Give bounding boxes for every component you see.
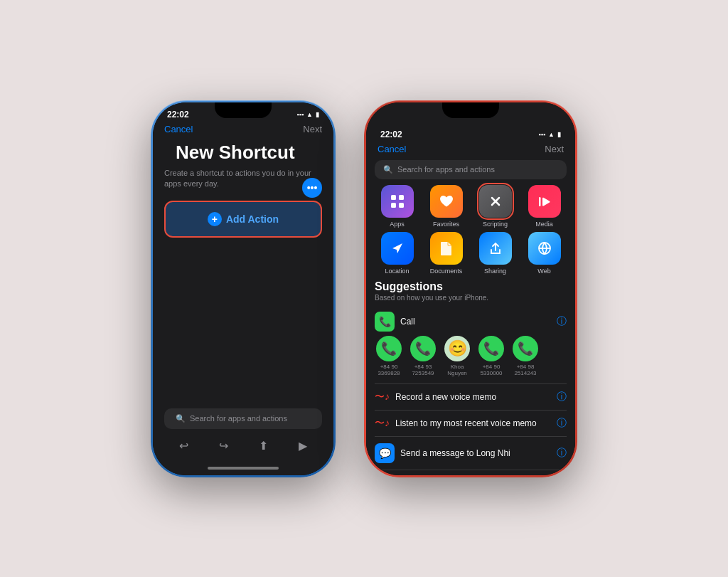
search-placeholder-left: Search for apps and actions <box>190 414 287 423</box>
contact-number-2: +84 93 7253549 <box>409 364 437 376</box>
location-icon <box>381 232 414 265</box>
location-label: Location <box>385 268 409 275</box>
category-sharing[interactable]: Sharing <box>473 232 518 275</box>
suggestion-listen-voice[interactable]: 〜♪ Listen to my most recent voice memo ⓘ <box>375 411 567 437</box>
spacer <box>153 240 333 408</box>
nav-bar-left: Cancel Next <box>153 122 333 139</box>
documents-icon <box>430 232 463 265</box>
search-bar-right[interactable]: 🔍 Search for apps and actions <box>375 160 567 179</box>
contact-number-3: +84 90 5330000 <box>477 364 505 376</box>
sharing-label: Sharing <box>484 268 506 275</box>
battery-icon-right: ▮ <box>557 131 561 138</box>
msg-long-nhi-label: Send a message to Long Nhi <box>400 448 557 458</box>
svg-rect-1 <box>399 195 404 200</box>
suggestion-msg-la-cay[interactable]: 💬 Send a message to Lá Cây ⓘ <box>375 470 567 475</box>
call-icon: 📞 <box>375 312 395 332</box>
category-documents[interactable]: Documents <box>424 232 469 275</box>
status-time-left: 22:02 <box>167 110 189 120</box>
status-icons-left: ▪▪▪ ▲ ▮ <box>297 111 320 118</box>
media-icon <box>528 185 561 218</box>
contact-avatar-2: 📞 <box>410 336 436 361</box>
undo-icon[interactable]: ↩ <box>179 439 188 452</box>
documents-label: Documents <box>430 268 463 275</box>
signal-icon-right: ▪▪▪ <box>539 131 546 138</box>
play-icon[interactable]: ▶ <box>299 439 307 452</box>
add-action-button[interactable]: + Add Action <box>164 201 322 238</box>
search-icon-left: 🔍 <box>176 414 186 423</box>
contact-khoa[interactable]: 😊 Khoa Nguyen <box>443 336 471 376</box>
apps-label: Apps <box>390 221 405 228</box>
next-button-right[interactable]: Next <box>545 144 564 154</box>
right-phone: 22:02 ▪▪▪ ▲ ▮ Cancel Next 🔍 Search for a… <box>364 100 577 477</box>
contact-2[interactable]: 📞 +84 93 7253549 <box>409 336 437 376</box>
home-indicator-left <box>208 467 279 470</box>
add-action-label: Add Action <box>226 213 279 225</box>
redo-icon[interactable]: ↪ <box>219 439 228 452</box>
category-scripting[interactable]: Scripting <box>473 185 518 228</box>
wifi-icon-right: ▲ <box>548 131 555 138</box>
cancel-button-left[interactable]: Cancel <box>164 124 193 134</box>
category-location[interactable]: Location <box>375 232 419 275</box>
record-voice-info-icon[interactable]: ⓘ <box>557 391 567 403</box>
status-bar-right: 22:02 ▪▪▪ ▲ ▮ <box>366 122 575 142</box>
contact-4[interactable]: 📞 +84 98 2514243 <box>511 336 540 376</box>
wifi-icon: ▲ <box>306 111 313 118</box>
suggestions-section: Suggestions Based on how you use your iP… <box>366 280 575 475</box>
favorites-label: Favorites <box>433 221 459 228</box>
shortcut-options-button[interactable]: ••• <box>302 178 322 198</box>
web-label: Web <box>537 268 550 275</box>
listen-voice-info-icon[interactable]: ⓘ <box>557 417 567 430</box>
record-voice-label: Record a new voice memo <box>395 392 557 402</box>
bottom-search-bar[interactable]: 🔍 Search for apps and actions <box>164 408 322 429</box>
ellipsis-icon: ••• <box>307 182 318 194</box>
call-info-icon[interactable]: ⓘ <box>557 315 567 328</box>
msg-long-nhi-info-icon[interactable]: ⓘ <box>557 447 567 460</box>
status-icons-right: ▪▪▪ ▲ ▮ <box>539 131 562 138</box>
nav-bar-right: Cancel Next <box>366 142 575 159</box>
plus-icon: + <box>208 212 222 226</box>
next-button-left[interactable]: Next <box>303 124 322 134</box>
contact-avatar-4: 📞 <box>513 336 538 361</box>
favorites-icon <box>430 185 463 218</box>
voice-record-icon: 〜♪ <box>375 391 390 403</box>
notch-right <box>442 102 499 118</box>
share-icon[interactable]: ⬆ <box>259 439 268 452</box>
web-icon <box>528 232 561 265</box>
suggestion-call[interactable]: 📞 Call ⓘ 📞 +84 90 3369828 📞 +84 93 72535… <box>375 307 567 384</box>
cancel-button-right[interactable]: Cancel <box>378 144 406 154</box>
contact-3[interactable]: 📞 +84 90 5330000 <box>477 336 505 376</box>
suggestion-msg-long-nhi[interactable]: 💬 Send a message to Long Nhi ⓘ <box>375 437 567 470</box>
svg-rect-3 <box>399 203 404 208</box>
svg-rect-2 <box>391 203 396 208</box>
scripting-icon <box>479 185 512 218</box>
category-apps[interactable]: Apps <box>375 185 419 228</box>
category-favorites[interactable]: Favorites <box>424 185 469 228</box>
voice-listen-icon: 〜♪ <box>375 417 390 430</box>
messenger-icon-long-nhi: 💬 <box>375 443 395 463</box>
media-label: Media <box>535 221 553 228</box>
category-media[interactable]: Media <box>522 185 567 228</box>
contact-1[interactable]: 📞 +84 90 3369828 <box>375 336 403 376</box>
category-web[interactable]: Web <box>522 232 567 275</box>
svg-rect-0 <box>391 195 396 200</box>
suggestion-record-voice[interactable]: 〜♪ Record a new voice memo ⓘ <box>375 384 567 411</box>
sharing-icon <box>479 232 512 265</box>
contact-name-khoa: Khoa Nguyen <box>443 364 471 376</box>
categories-grid: Apps Favorites <box>366 185 575 280</box>
notch <box>215 102 272 118</box>
apps-icon <box>381 185 414 218</box>
contact-avatar-khoa: 😊 <box>444 336 470 361</box>
search-placeholder-right: Search for apps and actions <box>397 165 495 174</box>
suggestions-subtitle: Based on how you use your iPhone. <box>375 294 567 302</box>
scripting-label: Scripting <box>483 221 508 228</box>
svg-rect-4 <box>539 197 541 206</box>
listen-voice-label: Listen to my most recent voice memo <box>395 418 557 428</box>
call-label: Call <box>400 317 557 327</box>
status-time-right: 22:02 <box>380 129 402 139</box>
contact-number-1: +84 90 3369828 <box>375 364 403 376</box>
bottom-toolbar: ↩ ↪ ⬆ ▶ <box>153 435 333 464</box>
contact-number-4: +84 98 2514243 <box>511 364 540 376</box>
page-title-left: New Shortcut <box>164 139 322 164</box>
battery-icon: ▮ <box>316 111 319 118</box>
contact-avatar-3: 📞 <box>478 336 504 361</box>
